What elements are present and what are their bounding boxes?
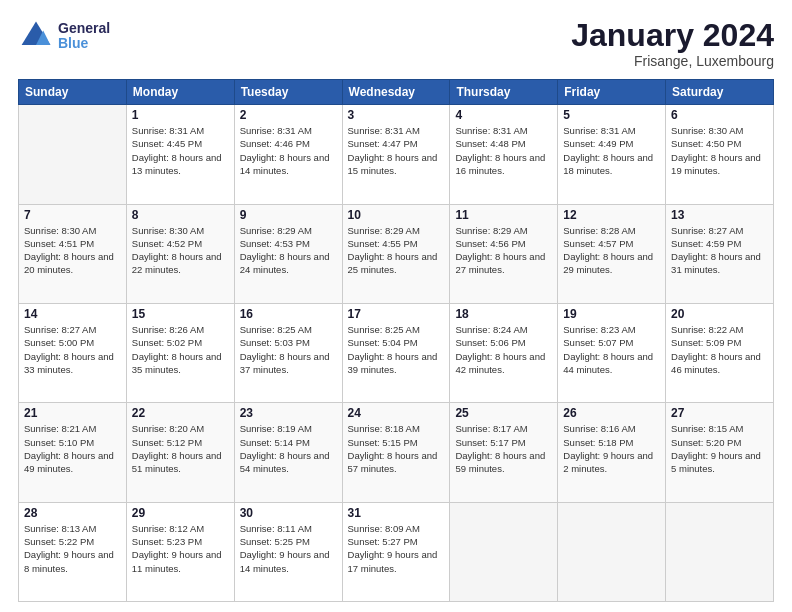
logo-line2: Blue [58,36,110,51]
week-row-4: 21Sunrise: 8:21 AM Sunset: 5:10 PM Dayli… [19,403,774,502]
day-of-week-sunday: Sunday [19,80,127,105]
day-info: Sunrise: 8:31 AM Sunset: 4:47 PM Dayligh… [348,124,445,177]
calendar-cell: 9Sunrise: 8:29 AM Sunset: 4:53 PM Daylig… [234,204,342,303]
day-of-week-monday: Monday [126,80,234,105]
calendar-body: 1Sunrise: 8:31 AM Sunset: 4:45 PM Daylig… [19,105,774,602]
day-info: Sunrise: 8:30 AM Sunset: 4:52 PM Dayligh… [132,224,229,277]
day-number: 30 [240,506,337,520]
calendar-cell: 13Sunrise: 8:27 AM Sunset: 4:59 PM Dayli… [666,204,774,303]
subtitle: Frisange, Luxembourg [571,53,774,69]
calendar-cell: 21Sunrise: 8:21 AM Sunset: 5:10 PM Dayli… [19,403,127,502]
calendar-cell: 12Sunrise: 8:28 AM Sunset: 4:57 PM Dayli… [558,204,666,303]
title-area: January 2024 Frisange, Luxembourg [571,18,774,69]
day-info: Sunrise: 8:29 AM Sunset: 4:53 PM Dayligh… [240,224,337,277]
calendar-cell: 31Sunrise: 8:09 AM Sunset: 5:27 PM Dayli… [342,502,450,601]
day-number: 24 [348,406,445,420]
main-title: January 2024 [571,18,774,53]
calendar-cell: 22Sunrise: 8:20 AM Sunset: 5:12 PM Dayli… [126,403,234,502]
day-info: Sunrise: 8:11 AM Sunset: 5:25 PM Dayligh… [240,522,337,575]
day-info: Sunrise: 8:17 AM Sunset: 5:17 PM Dayligh… [455,422,552,475]
day-info: Sunrise: 8:24 AM Sunset: 5:06 PM Dayligh… [455,323,552,376]
day-info: Sunrise: 8:30 AM Sunset: 4:50 PM Dayligh… [671,124,768,177]
day-info: Sunrise: 8:31 AM Sunset: 4:46 PM Dayligh… [240,124,337,177]
day-info: Sunrise: 8:18 AM Sunset: 5:15 PM Dayligh… [348,422,445,475]
day-info: Sunrise: 8:15 AM Sunset: 5:20 PM Dayligh… [671,422,768,475]
day-of-week-thursday: Thursday [450,80,558,105]
calendar-cell [558,502,666,601]
day-info: Sunrise: 8:27 AM Sunset: 5:00 PM Dayligh… [24,323,121,376]
day-number: 3 [348,108,445,122]
calendar-header: SundayMondayTuesdayWednesdayThursdayFrid… [19,80,774,105]
day-info: Sunrise: 8:31 AM Sunset: 4:45 PM Dayligh… [132,124,229,177]
day-number: 23 [240,406,337,420]
day-info: Sunrise: 8:29 AM Sunset: 4:56 PM Dayligh… [455,224,552,277]
calendar-cell: 6Sunrise: 8:30 AM Sunset: 4:50 PM Daylig… [666,105,774,204]
calendar-cell: 17Sunrise: 8:25 AM Sunset: 5:04 PM Dayli… [342,303,450,402]
calendar-cell [450,502,558,601]
day-info: Sunrise: 8:29 AM Sunset: 4:55 PM Dayligh… [348,224,445,277]
calendar-cell: 28Sunrise: 8:13 AM Sunset: 5:22 PM Dayli… [19,502,127,601]
calendar-cell: 26Sunrise: 8:16 AM Sunset: 5:18 PM Dayli… [558,403,666,502]
day-number: 18 [455,307,552,321]
calendar: SundayMondayTuesdayWednesdayThursdayFrid… [18,79,774,602]
day-number: 7 [24,208,121,222]
header: General Blue January 2024 Frisange, Luxe… [18,18,774,69]
calendar-cell: 25Sunrise: 8:17 AM Sunset: 5:17 PM Dayli… [450,403,558,502]
week-row-3: 14Sunrise: 8:27 AM Sunset: 5:00 PM Dayli… [19,303,774,402]
calendar-cell: 30Sunrise: 8:11 AM Sunset: 5:25 PM Dayli… [234,502,342,601]
day-number: 9 [240,208,337,222]
calendar-cell: 29Sunrise: 8:12 AM Sunset: 5:23 PM Dayli… [126,502,234,601]
calendar-cell: 15Sunrise: 8:26 AM Sunset: 5:02 PM Dayli… [126,303,234,402]
day-number: 1 [132,108,229,122]
day-info: Sunrise: 8:21 AM Sunset: 5:10 PM Dayligh… [24,422,121,475]
day-number: 13 [671,208,768,222]
calendar-cell: 20Sunrise: 8:22 AM Sunset: 5:09 PM Dayli… [666,303,774,402]
day-number: 29 [132,506,229,520]
day-info: Sunrise: 8:27 AM Sunset: 4:59 PM Dayligh… [671,224,768,277]
day-number: 28 [24,506,121,520]
day-info: Sunrise: 8:09 AM Sunset: 5:27 PM Dayligh… [348,522,445,575]
calendar-cell: 2Sunrise: 8:31 AM Sunset: 4:46 PM Daylig… [234,105,342,204]
day-number: 22 [132,406,229,420]
week-row-5: 28Sunrise: 8:13 AM Sunset: 5:22 PM Dayli… [19,502,774,601]
day-info: Sunrise: 8:31 AM Sunset: 4:49 PM Dayligh… [563,124,660,177]
day-number: 27 [671,406,768,420]
calendar-cell: 23Sunrise: 8:19 AM Sunset: 5:14 PM Dayli… [234,403,342,502]
day-number: 6 [671,108,768,122]
day-info: Sunrise: 8:25 AM Sunset: 5:03 PM Dayligh… [240,323,337,376]
calendar-cell: 3Sunrise: 8:31 AM Sunset: 4:47 PM Daylig… [342,105,450,204]
day-number: 21 [24,406,121,420]
day-info: Sunrise: 8:30 AM Sunset: 4:51 PM Dayligh… [24,224,121,277]
calendar-cell: 18Sunrise: 8:24 AM Sunset: 5:06 PM Dayli… [450,303,558,402]
calendar-cell: 11Sunrise: 8:29 AM Sunset: 4:56 PM Dayli… [450,204,558,303]
calendar-cell: 10Sunrise: 8:29 AM Sunset: 4:55 PM Dayli… [342,204,450,303]
calendar-cell: 14Sunrise: 8:27 AM Sunset: 5:00 PM Dayli… [19,303,127,402]
calendar-cell: 7Sunrise: 8:30 AM Sunset: 4:51 PM Daylig… [19,204,127,303]
day-info: Sunrise: 8:31 AM Sunset: 4:48 PM Dayligh… [455,124,552,177]
day-of-week-friday: Friday [558,80,666,105]
day-info: Sunrise: 8:28 AM Sunset: 4:57 PM Dayligh… [563,224,660,277]
day-of-week-wednesday: Wednesday [342,80,450,105]
day-number: 14 [24,307,121,321]
calendar-cell: 5Sunrise: 8:31 AM Sunset: 4:49 PM Daylig… [558,105,666,204]
day-info: Sunrise: 8:23 AM Sunset: 5:07 PM Dayligh… [563,323,660,376]
day-number: 16 [240,307,337,321]
day-info: Sunrise: 8:22 AM Sunset: 5:09 PM Dayligh… [671,323,768,376]
day-header-row: SundayMondayTuesdayWednesdayThursdayFrid… [19,80,774,105]
calendar-cell: 1Sunrise: 8:31 AM Sunset: 4:45 PM Daylig… [126,105,234,204]
day-info: Sunrise: 8:12 AM Sunset: 5:23 PM Dayligh… [132,522,229,575]
day-info: Sunrise: 8:13 AM Sunset: 5:22 PM Dayligh… [24,522,121,575]
day-number: 31 [348,506,445,520]
day-of-week-tuesday: Tuesday [234,80,342,105]
day-number: 15 [132,307,229,321]
calendar-cell: 8Sunrise: 8:30 AM Sunset: 4:52 PM Daylig… [126,204,234,303]
day-number: 5 [563,108,660,122]
day-number: 10 [348,208,445,222]
calendar-cell: 16Sunrise: 8:25 AM Sunset: 5:03 PM Dayli… [234,303,342,402]
day-number: 17 [348,307,445,321]
calendar-cell: 19Sunrise: 8:23 AM Sunset: 5:07 PM Dayli… [558,303,666,402]
day-info: Sunrise: 8:20 AM Sunset: 5:12 PM Dayligh… [132,422,229,475]
logo: General Blue [18,18,110,54]
day-of-week-saturday: Saturday [666,80,774,105]
day-number: 26 [563,406,660,420]
